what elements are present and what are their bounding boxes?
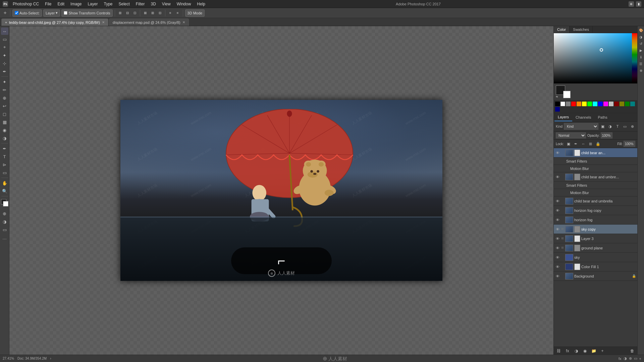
distribute-h-icon[interactable]: ≡ (167, 10, 173, 16)
tab-swatches[interactable]: Swatches (570, 26, 593, 33)
new-adjustment-icon[interactable]: ◉ (581, 348, 589, 354)
layer-ground-plane[interactable]: 👁 ⛓ ground plane (554, 243, 637, 253)
visibility-cf1[interactable]: 👁 (555, 264, 560, 269)
layer-3[interactable]: 👁 ⛓ Layer 3 (554, 234, 637, 243)
swatch-green[interactable] (587, 102, 592, 106)
swatch-maroon[interactable] (614, 102, 619, 106)
tab-layers[interactable]: Layers (554, 113, 572, 121)
shape-tool[interactable]: ▭ (1, 169, 8, 176)
zoom-tool[interactable]: 🔍 (1, 187, 8, 195)
ri-channels-icon[interactable]: ⊕ (638, 68, 644, 73)
filter-type-icon[interactable]: T (614, 123, 621, 129)
gradient-tool[interactable]: ▦ (1, 118, 8, 126)
menu-view[interactable]: View (159, 1, 173, 7)
pen-tool[interactable]: ✒ (1, 145, 8, 152)
blend-mode-select[interactable]: Normal (556, 132, 586, 138)
swatch-blue[interactable] (598, 102, 603, 106)
auto-select-check[interactable] (15, 11, 18, 15)
menu-layer[interactable]: Layer (85, 1, 100, 7)
tab-displacement[interactable]: displacement map.psd @ 24.6% (Gray/8) ✕ (109, 18, 189, 26)
fill-input[interactable] (624, 141, 635, 147)
lock-lock-icon[interactable]: 🔒 (595, 141, 601, 146)
new-group-icon[interactable]: 📁 (590, 348, 597, 354)
swatch-white[interactable] (560, 102, 565, 106)
swatch-magenta[interactable] (603, 102, 608, 106)
swatch-silver[interactable] (609, 102, 613, 106)
swatch-olive[interactable] (620, 102, 624, 106)
visibility-gp[interactable]: 👁 (555, 246, 560, 250)
3d-mode-btn[interactable]: 3D Mode (185, 9, 205, 17)
hand-tool[interactable]: ✋ (1, 179, 8, 187)
menu-3d[interactable]: 3D (148, 1, 159, 7)
layer-sky[interactable]: 👁 sky (554, 253, 637, 262)
ri-color-icon[interactable]: 🎨 (638, 27, 644, 33)
menu-edit[interactable]: Edit (55, 1, 67, 7)
type-tool[interactable]: T (1, 153, 8, 160)
channels-icon[interactable]: ⊕ (1, 210, 8, 217)
move-tool[interactable]: ↔ (1, 27, 8, 35)
status-icon-5[interactable]: + (639, 357, 641, 361)
color-picker[interactable] (1, 199, 8, 206)
kind-filter-select[interactable]: Kind (564, 123, 598, 130)
layer-child-bear-umbrella[interactable]: 👁 child bear and umbrella (554, 196, 637, 206)
swatch-yellow[interactable] (582, 102, 587, 106)
history-brush-tool[interactable]: ↩ (1, 102, 8, 110)
filter-adjustment-icon[interactable]: ◑ (607, 123, 613, 129)
path-selection-tool[interactable]: ⊳ (1, 161, 8, 168)
eraser-tool[interactable]: ◻ (1, 110, 8, 118)
tab-color[interactable]: Color (554, 26, 570, 33)
color-gradient[interactable] (554, 33, 637, 83)
align-right-icon[interactable]: ⊡ (132, 10, 138, 16)
filter-shape-icon[interactable]: ▭ (622, 123, 628, 129)
lock-position-icon[interactable]: ✒ (573, 141, 579, 146)
swatch-dkgreen[interactable] (625, 102, 630, 106)
auto-select-dropdown[interactable]: Layer ▾ (43, 9, 60, 17)
layer-child-bear-umbrella-blur[interactable]: 👁 child bear and umbre... (554, 172, 637, 182)
brush-tool[interactable]: ✏ (1, 86, 8, 94)
menu-type[interactable]: Type (101, 1, 115, 7)
color-picker-area[interactable] (554, 33, 637, 83)
align-center-h-icon[interactable]: ⊟ (124, 10, 130, 16)
lock-all-icon[interactable]: ↔ (581, 141, 586, 146)
visibility-sc[interactable]: 👁 (555, 227, 560, 232)
visibility-l3[interactable]: 👁 (555, 236, 560, 241)
menu-select[interactable]: Select (116, 1, 132, 7)
status-icon-4[interactable]: ▭ (634, 356, 637, 361)
swap-colors-icon[interactable]: ⇆ (556, 95, 558, 98)
new-layer-icon[interactable]: + (599, 348, 606, 354)
status-icon-3[interactable]: ⊕ (629, 356, 632, 361)
auto-select-checkbox[interactable]: Auto-Select: (12, 9, 42, 17)
visibility-child-bear-copy[interactable]: 👁 (555, 150, 560, 155)
visibility-sky[interactable]: 👁 (555, 255, 560, 260)
ri-info-icon[interactable]: ℹ (638, 54, 644, 60)
visibility-hfc[interactable]: 👁 (555, 208, 560, 213)
eyedropper-tool[interactable]: ✒ (1, 68, 8, 75)
swatch-orange[interactable] (577, 102, 581, 106)
ri-actions-icon[interactable]: ▶ (638, 48, 644, 53)
tab-paths[interactable]: Paths (595, 114, 611, 121)
align-top-icon[interactable]: ⊠ (142, 10, 148, 16)
layer-child-bear-copy[interactable]: 👁 child bear an... (554, 148, 637, 158)
hue-strip[interactable] (632, 33, 637, 83)
screen-mode-icon[interactable]: ▭ (1, 226, 8, 233)
swatch-black[interactable] (555, 102, 560, 106)
canvas-area[interactable]: 人人素材市场 www.rrsc.com 人人素材市场 www.rrsc.com … (9, 26, 553, 355)
align-middle-v-icon[interactable]: ⊞ (150, 10, 156, 16)
quick-mask-icon[interactable]: ◑ (1, 218, 8, 225)
ri-history-icon[interactable]: ↺ (638, 41, 644, 46)
swatch-gray[interactable] (566, 102, 571, 106)
add-style-icon[interactable]: fx (564, 348, 571, 354)
marquee-tool[interactable]: ▭ (1, 36, 8, 43)
layer-motion-blur-2[interactable]: Motion Blur (554, 189, 637, 196)
menu-image[interactable]: Image (68, 1, 84, 7)
distribute-v-icon[interactable]: ≡ (175, 10, 181, 16)
extra-tools[interactable]: … (1, 234, 8, 241)
menu-help[interactable]: Help (194, 1, 208, 7)
menu-photoshop[interactable]: Photoshop CC (10, 1, 42, 7)
dodge-tool[interactable]: ◑ (1, 134, 8, 142)
ri-adjust-icon[interactable]: ◑ (638, 34, 644, 40)
visibility-hf[interactable]: 👁 (555, 218, 560, 222)
background-color-swatch[interactable] (563, 91, 571, 98)
clone-stamp-tool[interactable]: ⊕ (1, 94, 8, 102)
visibility-bg[interactable]: 👁 (555, 274, 560, 279)
